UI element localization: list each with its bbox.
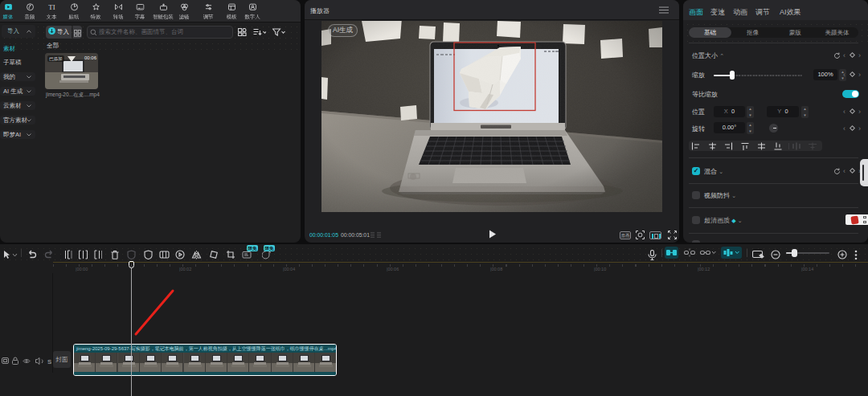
svg-text:S: S bbox=[47, 358, 51, 365]
svg-text:TI: TI bbox=[48, 3, 55, 11]
